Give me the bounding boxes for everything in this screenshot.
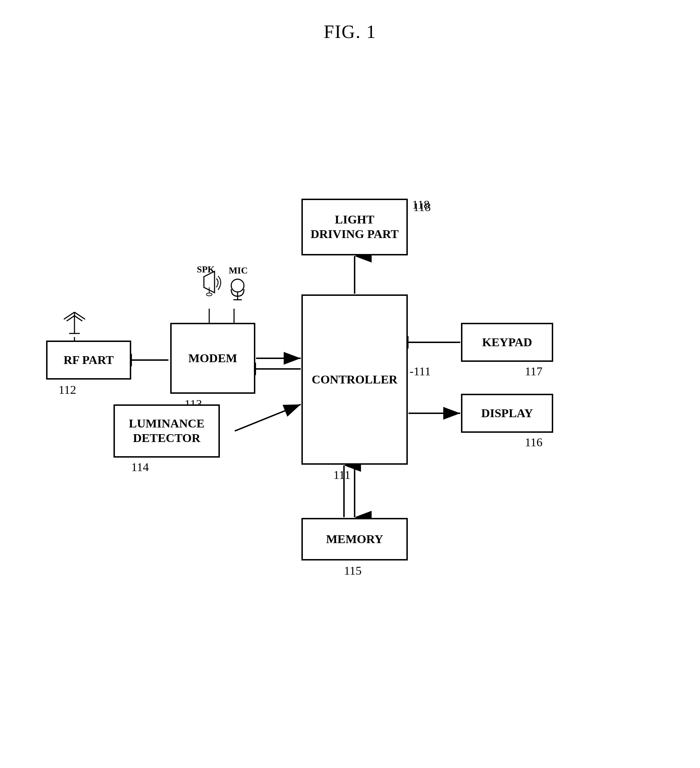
light-driving-number: 118 (412, 198, 430, 211)
memory-label: 115 (344, 564, 362, 578)
ant-icon (57, 305, 92, 341)
rf-part-label: 112 (59, 383, 76, 397)
svg-line-21 (64, 312, 75, 319)
display-box: DISPLAY (461, 394, 553, 433)
svg-line-22 (75, 312, 85, 319)
controller-label: 111 (333, 468, 350, 482)
luminance-label: 114 (131, 461, 149, 474)
memory-box: MEMORY (301, 518, 408, 560)
keypad-box: KEYPAD (461, 323, 553, 362)
display-label: 116 (525, 435, 543, 449)
svg-point-27 (206, 293, 212, 296)
light-driving-box: LIGHT DRIVING PART (301, 198, 408, 255)
controller-number: -111 (409, 365, 431, 378)
mic-icon (227, 277, 248, 307)
fig-title: FIG. 1 (0, 0, 700, 42)
diagram: CONTROLLER (double headed) --> LIGHT DRI… (35, 135, 665, 733)
modem-box: MODEM (170, 323, 255, 394)
rf-part-box: RF PART (46, 341, 131, 379)
mic-label: MIC (229, 266, 248, 276)
svg-point-29 (231, 279, 244, 292)
controller-box: CONTROLLER (301, 294, 408, 465)
spk-label: SPK (197, 264, 215, 275)
luminance-box: LUMINANCE DETECTOR (113, 405, 220, 458)
svg-line-14 (235, 405, 301, 431)
keypad-label: 117 (525, 365, 543, 378)
